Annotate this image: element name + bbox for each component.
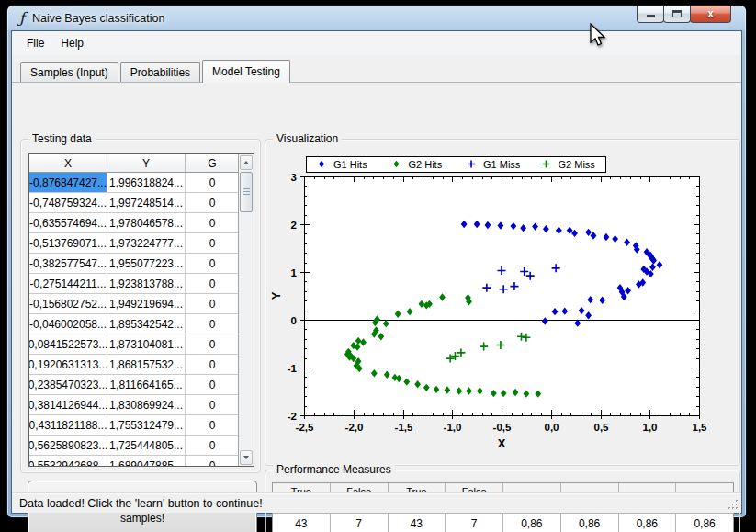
table-row: 0,5532942688...1,689047885...0 [29,456,240,467]
table-cell[interactable]: -0,876847427... [29,173,107,193]
table-cell[interactable]: 0 [186,314,240,334]
scrollbar-down-button[interactable] [240,450,253,465]
svg-text:G1 Hits: G1 Hits [333,159,367,170]
svg-text:3: 3 [291,172,297,183]
tab-model-testing[interactable]: Model Testing [202,60,290,83]
table-row: 0,4311821188...1,755312479...0 [29,415,240,436]
table-cell[interactable]: 0,0841522573... [29,334,107,355]
performance-value: 7 [331,514,389,532]
svg-text:-2,5: -2,5 [296,422,314,433]
table-row: 0,3814126944...1,830869924...0 [29,395,240,415]
table-row: 0,0841522573...1,873104081...0 [29,334,240,355]
tab-probabilities[interactable]: Probabilities [120,62,200,82]
table-row: -0,748759324...1,997248514...0 [29,193,240,213]
menu-item-file[interactable]: File [18,33,52,53]
tab-samples-input[interactable]: Samples (Input) [20,62,118,82]
resize-grip[interactable] [728,499,739,511]
table-cell[interactable]: 0 [186,173,240,193]
svg-text:-0,5: -0,5 [493,422,512,433]
table-cell[interactable]: -0,513769071... [29,233,107,254]
table-cell[interactable]: 1,830869924... [107,395,186,415]
table-row: -0,635574694...1,978046578...0 [29,213,240,233]
svg-text:0,5: 0,5 [594,422,610,433]
arrow-down-icon [243,456,249,459]
status-bar: Data loaded! Click the 'learn' button to… [12,492,741,513]
svg-text:-1: -1 [288,363,298,374]
grid-body: -0,876847427...1,996318824...0-0,7487593… [29,173,254,467]
table-cell[interactable]: 0 [186,395,240,415]
restore-icon [672,10,682,17]
table-cell[interactable]: 0 [186,254,240,274]
table-cell[interactable]: -0,382577547... [29,254,107,274]
table-cell[interactable]: 0,5625890823... [29,436,107,456]
performance-group-label: Performance Measures [273,463,395,476]
table-cell[interactable]: 1,996318824... [107,173,186,193]
table-cell[interactable]: -0,635574694... [29,213,107,233]
table-cell[interactable]: -0,156802752... [29,294,107,314]
table-row: -0,046002058...1,895342542...0 [29,314,240,334]
table-cell[interactable]: 0 [186,193,240,213]
table-cell[interactable]: 1,923813788... [107,274,186,294]
table-cell[interactable]: 0 [186,334,240,355]
window-controls: x [638,6,731,23]
table-cell[interactable]: 1,997248514... [107,193,186,213]
table-cell[interactable]: 0 [186,415,240,436]
table-cell[interactable]: -0,275144211... [29,274,107,294]
minimize-icon [647,15,655,17]
window-title: Naive Bayes classification [32,12,165,25]
table-cell[interactable]: 0,5532942688... [29,456,107,467]
table-cell[interactable]: 0,1920631313... [29,355,107,375]
table-cell[interactable]: 0,2385470323... [29,375,107,395]
table-cell[interactable]: 1,949219694... [107,294,186,314]
column-header-x[interactable]: X [29,154,107,172]
table-cell[interactable]: 1,811664165... [107,375,186,395]
column-header-g[interactable]: G [186,154,240,172]
table-cell[interactable]: 0 [186,294,240,314]
scatter-plot: -2,5-2,0-1,5-1,0-0,50,00,51,01,5-2-10123… [271,152,736,464]
minimize-button[interactable] [637,6,664,23]
svg-text:G1 Miss: G1 Miss [483,159,521,170]
table-cell[interactable]: 1,755312479... [107,415,186,436]
table-cell[interactable]: -0,046002058... [29,314,107,334]
menu-item-help[interactable]: Help [52,33,92,53]
scrollbar-thumb[interactable] [240,172,253,212]
table-cell[interactable]: 1,895342542... [107,314,186,334]
table-cell[interactable]: 1,868157532... [107,355,186,375]
svg-text:1,0: 1,0 [643,422,658,433]
table-cell[interactable]: 0 [186,456,240,467]
table-cell[interactable]: 1,973224777... [107,233,186,254]
mouse-cursor [589,23,609,49]
arrow-up-icon [243,161,249,164]
table-cell[interactable]: 0,3814126944... [29,395,107,415]
table-cell[interactable]: 1,978046578... [107,213,186,233]
grid-vertical-scrollbar[interactable] [238,154,254,466]
table-row: -0,513769071...1,973224777...0 [29,233,240,254]
table-row: -0,156802752...1,949219694...0 [29,294,240,314]
column-header-y[interactable]: Y [107,154,186,172]
testing-data-group-label: Testing data [28,132,96,145]
table-row: -0,382577547...1,955077223...0 [29,254,240,274]
table-cell[interactable]: 0,4311821188... [29,415,107,436]
testing-data-grid[interactable]: XYG -0,876847427...1,996318824...0-0,748… [28,153,254,467]
title-bar[interactable]: ƒ Naive Bayes classification x [7,6,746,31]
table-cell[interactable]: 1,955077223... [107,254,186,274]
close-button[interactable]: x [690,6,731,23]
table-cell[interactable]: -0,748759324... [29,193,107,213]
table-cell[interactable]: 0 [186,375,240,395]
svg-text:1: 1 [291,267,298,278]
table-cell[interactable]: 1,689047885... [107,456,186,467]
restore-button[interactable] [663,6,691,23]
table-cell[interactable]: 1,873104081... [107,334,186,355]
performance-value: 0,86 [503,514,561,532]
table-cell[interactable]: 0 [186,355,240,375]
table-cell[interactable]: 0 [186,233,240,254]
scrollbar-up-button[interactable] [240,155,253,170]
svg-text:G2 Hits: G2 Hits [409,159,443,170]
performance-values-row: 4374370,860,860,860,86 [273,514,733,532]
table-cell[interactable]: 1,725444805... [107,436,186,456]
table-cell[interactable]: 0 [186,213,240,233]
table-cell[interactable]: 0 [186,436,240,456]
table-cell[interactable]: 0 [186,274,240,294]
performance-value: 7 [446,514,503,532]
application-window: ƒ Naive Bayes classification x File Help… [7,6,746,517]
